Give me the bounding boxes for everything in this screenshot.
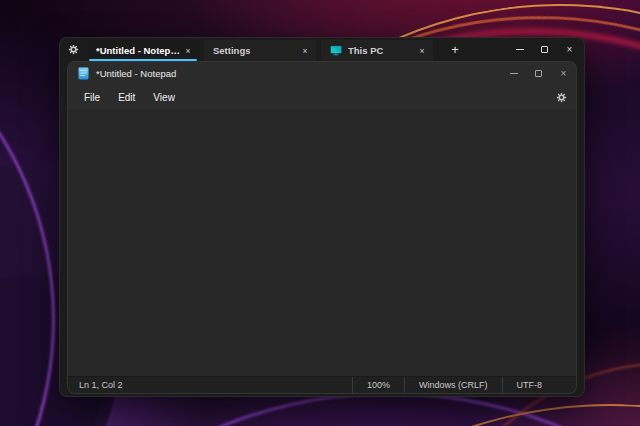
cursor-position: Ln 1, Col 2 <box>68 380 123 390</box>
notepad-close-button[interactable]: × <box>551 62 576 85</box>
tab-bar[interactable]: *Untitled - Notepad × Settings × This PC <box>60 38 584 61</box>
tab-untitled-notepad[interactable]: *Untitled - Notepad × <box>87 40 199 61</box>
minimize-icon <box>516 49 524 50</box>
gear-icon <box>68 44 79 55</box>
maximize-icon <box>535 70 542 77</box>
notepad-title: *Untitled - Notepad <box>96 68 176 79</box>
notepad-minimize-button[interactable] <box>501 62 526 85</box>
menu-file[interactable]: File <box>75 89 109 106</box>
desktop: *Untitled - Notepad × Settings × This PC <box>0 0 640 426</box>
line-ending: Windows (CRLF) <box>404 377 502 393</box>
maximize-icon <box>541 46 548 53</box>
notepad-icon <box>78 67 89 80</box>
close-button[interactable]: × <box>557 38 582 61</box>
tab-label: Settings <box>213 45 250 56</box>
notepad-settings-button[interactable] <box>556 92 567 103</box>
tab-close-button[interactable]: × <box>298 44 312 58</box>
window-controls: × <box>507 38 582 61</box>
notepad-window-controls: × <box>501 62 576 85</box>
menu-view[interactable]: View <box>144 89 184 106</box>
notepad-maximize-button[interactable] <box>526 62 551 85</box>
encoding: UTF-8 <box>502 377 577 393</box>
tab-settings[interactable]: Settings × <box>204 40 316 61</box>
tab-label: *Untitled - Notepad <box>96 45 181 56</box>
menu-edit[interactable]: Edit <box>109 89 144 106</box>
notepad-menubar: File Edit View <box>68 85 576 109</box>
text-editor-area[interactable] <box>68 109 576 376</box>
minimize-icon <box>510 73 518 74</box>
gear-icon <box>556 92 567 103</box>
status-bar: Ln 1, Col 2 100% Windows (CRLF) UTF-8 <box>68 376 576 393</box>
tab-bar-settings-button[interactable] <box>60 38 87 61</box>
tab-close-button[interactable]: × <box>181 44 195 58</box>
tab-host-window: *Untitled - Notepad × Settings × This PC <box>59 37 585 397</box>
status-bar-right: 100% Windows (CRLF) UTF-8 <box>352 377 576 393</box>
maximize-button[interactable] <box>532 38 557 61</box>
notepad-titlebar[interactable]: *Untitled - Notepad × <box>68 62 576 85</box>
tab-label: This PC <box>348 45 383 56</box>
zoom-level: 100% <box>352 377 404 393</box>
minimize-button[interactable] <box>507 38 532 61</box>
tab-close-button[interactable]: × <box>415 44 429 58</box>
monitor-icon <box>330 45 342 56</box>
tab-this-pc[interactable]: This PC × <box>321 40 433 61</box>
new-tab-button[interactable]: + <box>444 38 466 61</box>
notepad-window: *Untitled - Notepad × File Edit View <box>67 61 577 394</box>
